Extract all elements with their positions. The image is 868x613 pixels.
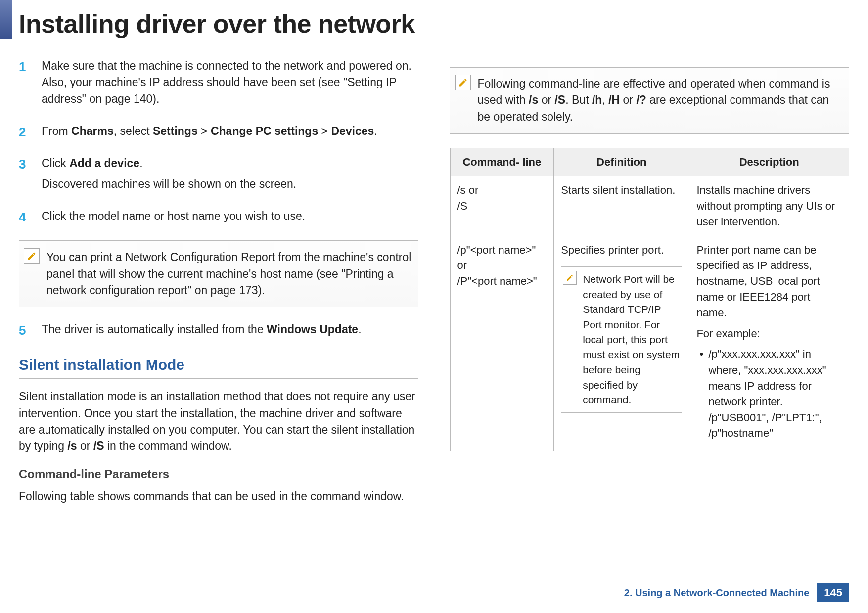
step-4: 4 Click the model name or host name you …: [19, 208, 418, 228]
subsection-heading-cmdline: Command-line Parameters: [19, 466, 418, 483]
desc-text: Printer port name can be specified as IP…: [696, 244, 820, 319]
note-box-command-line: Following command-line are effective and…: [450, 67, 850, 134]
step-body: Click Add a device. Discovered machines …: [42, 155, 418, 196]
note-box-host-name: You can print a Network Configuration Re…: [19, 240, 418, 307]
section-heading-silent-install: Silent installation Mode: [19, 354, 418, 379]
cell-desc: Printer port name can be specified as IP…: [689, 236, 849, 451]
cell-def: Starts silent installation.: [554, 176, 689, 236]
step-body: The driver is automatically installed fr…: [42, 321, 418, 342]
cmd-line: /p"<port name>" or: [457, 242, 547, 274]
step-number: 1: [19, 58, 31, 111]
step-body: Make sure that the machine is connected …: [42, 58, 418, 111]
step-number: 3: [19, 155, 31, 196]
table-header-def: Definition: [554, 148, 689, 176]
step-text: Click Add a device.: [42, 155, 418, 172]
step-number: 4: [19, 208, 31, 228]
step-text: The driver is automatically installed fr…: [42, 321, 418, 338]
cell-cmd: /s or /S: [450, 176, 554, 236]
step-3: 3 Click Add a device. Discovered machine…: [19, 155, 418, 196]
cmd-line: /S: [457, 198, 547, 214]
footer-chapter: 2. Using a Network-Connected Machine: [624, 587, 810, 599]
step-body: Click the model name or host name you wi…: [42, 208, 418, 228]
pencil-icon: [563, 271, 577, 285]
step-body: From Charms, select Settings > Change PC…: [42, 123, 418, 143]
step-1: 1 Make sure that the machine is connecte…: [19, 58, 418, 111]
section-intro: Silent installation mode is an installat…: [19, 389, 418, 454]
table-header-cmd: Command- line: [450, 148, 554, 176]
page-footer: 2. Using a Network-Connected Machine 145: [624, 583, 849, 602]
def-text: Specifies printer port.: [561, 244, 664, 256]
page-header: Installing driver over the network: [0, 0, 868, 44]
note-text: You can print a Network Configuration Re…: [46, 251, 411, 297]
command-line-table: Command- line Definition Description /s …: [450, 148, 850, 451]
desc-text: Installs machine drivers without prompti…: [696, 184, 835, 228]
inner-note-text: Network Port will be created by use of S…: [583, 273, 680, 405]
pencil-icon: [24, 248, 40, 264]
desc-bullet-list: /p"xxx.xxx.xxx.xxx" in where, "xxx.xxx.x…: [696, 347, 842, 441]
footer-page-number: 145: [817, 583, 849, 602]
cell-cmd: /p"<port name>" or /P"<port name>": [450, 236, 554, 451]
list-item: /p"xxx.xxx.xxx.xxx" in where, "xxx.xxx.x…: [696, 347, 842, 441]
pencil-icon: [455, 75, 471, 90]
page-title: Installing driver over the network: [19, 9, 868, 39]
subsection-intro: Following table shows commands that can …: [19, 488, 418, 505]
content-columns: 1 Make sure that the machine is connecte…: [0, 44, 868, 512]
cell-def: Specifies printer port. Network Port wil…: [554, 236, 689, 451]
right-column: Following command-line are effective and…: [450, 58, 850, 512]
step-5: 5 The driver is automatically installed …: [19, 321, 418, 342]
step-text: From Charms, select Settings > Change PC…: [42, 123, 418, 139]
step-2: 2 From Charms, select Settings > Change …: [19, 123, 418, 143]
inner-note-network-port: Network Port will be created by use of S…: [561, 266, 682, 413]
cmd-line: /s or: [457, 182, 547, 198]
table-row: /s or /S Starts silent installation. Ins…: [450, 176, 849, 236]
step-number: 5: [19, 321, 31, 342]
cmd-line: /P"<port name>": [457, 273, 547, 289]
table-row: /p"<port name>" or /P"<port name>" Speci…: [450, 236, 849, 451]
left-column: 1 Make sure that the machine is connecte…: [19, 58, 418, 512]
cell-desc: Installs machine drivers without prompti…: [689, 176, 849, 236]
step-text: Make sure that the machine is connected …: [42, 58, 418, 107]
step-text: Click the model name or host name you wi…: [42, 208, 418, 224]
step-number: 2: [19, 123, 31, 143]
desc-example-label: For example:: [696, 326, 842, 342]
step-extra: Discovered machines will be shown on the…: [42, 176, 418, 192]
note-text: Following command-line are effective and…: [478, 77, 830, 123]
def-text: Starts silent installation.: [561, 184, 675, 196]
table-header-row: Command- line Definition Description: [450, 148, 849, 176]
table-header-desc: Description: [689, 148, 849, 176]
